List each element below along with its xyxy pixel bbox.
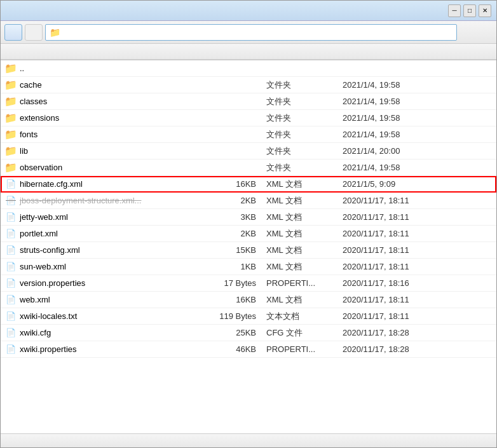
address-bar[interactable]: 📁 [45, 24, 457, 41]
cell-size: 16KB [198, 179, 261, 189]
cell-size: 1KB [198, 262, 261, 271]
cell-type: CFG 文件 [261, 327, 337, 339]
file-row[interactable]: 📁 lib 文件夹 2021/1/4, 20:00 [1, 143, 496, 160]
cell-name: 📄 struts-config.xml [1, 245, 198, 255]
folder-icon: 📁 [6, 146, 16, 156]
file-icon: 📄 [6, 311, 16, 322]
file-row[interactable]: 📄 web.xml 16KB XML 文档 2020/11/17, 18:11 [1, 292, 496, 308]
minimize-button[interactable]: ─ [448, 4, 461, 17]
cell-size: 25KB [198, 328, 261, 337]
cell-type: 文件夹 [261, 129, 337, 140]
file-row[interactable]: 📄 jboss-deployment-structure.xml... 2KB … [1, 193, 496, 209]
folder-icon: 📁 [6, 113, 16, 123]
file-name: jboss-deployment-structure.xml... [20, 196, 141, 205]
cell-type: XML 文档 [261, 245, 337, 256]
file-icon: 📄 [6, 278, 16, 288]
cell-date: 2020/11/17, 18:11 [337, 196, 496, 205]
folder-icon: 📁 [6, 80, 16, 90]
toolbar: 📁 [1, 21, 496, 44]
file-icon: 📄 [6, 179, 16, 189]
cell-name: 📁 lib [1, 146, 198, 156]
cell-name: 📁 fonts [1, 130, 198, 140]
file-row[interactable]: 📁 extensions 文件夹 2021/1/4, 19:58 [1, 110, 496, 126]
address-dropdown-icon[interactable] [442, 27, 453, 37]
cell-type: XML 文档 [261, 212, 337, 223]
file-row[interactable]: 📁 cache 文件夹 2021/1/4, 19:58 [1, 77, 496, 93]
cell-name: 📄 jboss-deployment-structure.xml... [1, 196, 198, 206]
file-row[interactable]: 📄 struts-config.xml 15KB XML 文档 2020/11/… [1, 242, 496, 259]
forward-button[interactable] [25, 24, 43, 41]
cell-date: 2021/1/4, 19:58 [337, 163, 496, 172]
cell-type: 文件夹 [261, 79, 337, 91]
title-bar: ─ □ ✕ [1, 1, 496, 21]
file-name: xwiki.properties [20, 344, 77, 354]
file-icon: 📄 [6, 196, 16, 206]
back-button[interactable] [4, 24, 22, 41]
home-button[interactable] [477, 24, 493, 41]
file-row[interactable]: 📄 hibernate.cfg.xml 16KB XML 文档 2021/1/5… [1, 176, 496, 193]
file-icon: 📄 [6, 328, 16, 338]
cell-date: 2021/1/4, 19:58 [337, 113, 496, 123]
cell-name: 📄 jetty-web.xml [1, 212, 198, 222]
cell-name: 📄 portlet.xml [1, 229, 198, 239]
folder-icon: 📁 [6, 97, 16, 107]
file-name: struts-config.xml [20, 245, 80, 255]
cell-type: XML 文档 [261, 195, 337, 207]
parent-folder-icon: 📁 [6, 64, 16, 74]
cell-name: 📄 sun-web.xml [1, 262, 198, 272]
cell-date: 2021/1/4, 19:58 [337, 130, 496, 139]
file-name: fonts [20, 130, 37, 139]
file-row[interactable]: 📁 fonts 文件夹 2021/1/4, 19:58 [1, 126, 496, 143]
favorites-button[interactable] [460, 24, 475, 41]
cell-date: 2020/11/17, 18:11 [337, 295, 496, 304]
cell-type: 文件夹 [261, 112, 337, 124]
maximize-button[interactable]: □ [463, 4, 476, 17]
cell-size: 46KB [198, 344, 261, 354]
cell-date: 2020/11/17, 18:28 [337, 328, 496, 337]
file-name: portlet.xml [20, 229, 58, 238]
cell-name: 📁 observation [1, 163, 198, 173]
cell-type: XML 文档 [261, 294, 337, 306]
file-name: xwiki-locales.txt [20, 311, 77, 321]
file-row[interactable]: 📁 observation 文件夹 2021/1/4, 19:58 [1, 160, 496, 176]
file-name: classes [20, 97, 47, 106]
file-icon: 📄 [6, 295, 16, 305]
file-name: .. [20, 64, 24, 73]
file-row[interactable]: 📄 xwiki.properties 46KB PROPERTI... 2020… [1, 341, 496, 358]
column-header [1, 44, 496, 60]
cell-size: 15KB [198, 245, 261, 255]
cell-size: 119 Bytes [198, 311, 261, 321]
cell-date: 2020/11/17, 18:16 [337, 278, 496, 288]
file-name: lib [20, 146, 28, 156]
file-name: sun-web.xml [20, 262, 66, 271]
cell-type: PROPERTI... [261, 344, 337, 354]
cell-size: 16KB [198, 295, 261, 304]
cell-type: XML 文档 [261, 179, 337, 190]
file-name: xwiki.cfg [20, 328, 51, 337]
cell-type: XML 文档 [261, 228, 337, 240]
cell-date: 2020/11/17, 18:11 [337, 262, 496, 271]
file-row[interactable]: 📁 classes 文件夹 2021/1/4, 19:58 [1, 93, 496, 110]
cell-name: 📁 classes [1, 97, 198, 107]
cell-name: 📄 hibernate.cfg.xml [1, 179, 198, 189]
file-row[interactable]: 📄 portlet.xml 2KB XML 文档 2020/11/17, 18:… [1, 226, 496, 242]
cell-size: 17 Bytes [198, 278, 261, 288]
file-name: web.xml [20, 295, 50, 304]
file-row[interactable]: 📄 sun-web.xml 1KB XML 文档 2020/11/17, 18:… [1, 259, 496, 275]
cell-name: 📄 xwiki.properties [1, 344, 198, 355]
cell-name: 📁 extensions [1, 113, 198, 123]
close-button[interactable]: ✕ [479, 4, 491, 17]
file-row[interactable]: 📄 xwiki-locales.txt 119 Bytes 文本文档 2020/… [1, 308, 496, 325]
file-list: 📁 .. 📁 cache 文件夹 2021/1/4, 19:58 📁 class… [1, 60, 496, 433]
file-row[interactable]: 📁 .. [1, 60, 496, 77]
file-icon: 📄 [6, 262, 16, 272]
file-row[interactable]: 📄 version.properties 17 Bytes PROPERTI..… [1, 275, 496, 292]
file-name: jetty-web.xml [20, 212, 68, 222]
cell-date: 2020/11/17, 18:11 [337, 245, 496, 255]
title-bar-controls: ─ □ ✕ [448, 4, 491, 17]
file-explorer-window: ─ □ ✕ 📁 📁 [0, 0, 497, 448]
file-row[interactable]: 📄 xwiki.cfg 25KB CFG 文件 2020/11/17, 18:2… [1, 325, 496, 341]
cell-name: 📁 .. [1, 64, 198, 74]
cell-name: 📄 version.properties [1, 278, 198, 288]
file-row[interactable]: 📄 jetty-web.xml 3KB XML 文档 2020/11/17, 1… [1, 209, 496, 226]
